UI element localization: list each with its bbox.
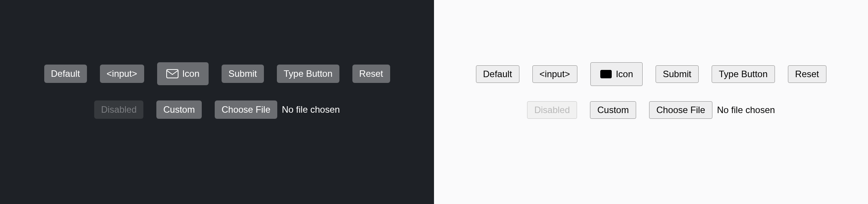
custom-button[interactable]: Custom bbox=[590, 101, 636, 119]
default-button[interactable]: Default bbox=[476, 65, 519, 83]
disabled-button: Disabled bbox=[527, 101, 577, 119]
envelope-icon bbox=[600, 70, 612, 79]
choose-file-button[interactable]: Choose File bbox=[649, 101, 712, 119]
disabled-button: Disabled bbox=[94, 100, 143, 119]
reset-button[interactable]: Reset bbox=[352, 65, 390, 83]
svg-rect-0 bbox=[167, 70, 178, 78]
dark-row-1: Default <input> Icon Submit Type Button … bbox=[44, 62, 390, 85]
file-input-group: Choose File No file chosen bbox=[649, 101, 775, 119]
icon-button[interactable]: Icon bbox=[157, 62, 209, 85]
icon-button-label: Icon bbox=[616, 69, 633, 79]
light-row-2: Disabled Custom Choose File No file chos… bbox=[527, 101, 775, 119]
type-button[interactable]: Type Button bbox=[712, 65, 775, 83]
input-button[interactable]: <input> bbox=[100, 65, 144, 83]
reset-button[interactable]: Reset bbox=[788, 65, 826, 83]
icon-button-label: Icon bbox=[182, 68, 199, 79]
default-button[interactable]: Default bbox=[44, 65, 87, 83]
choose-file-button[interactable]: Choose File bbox=[215, 100, 277, 119]
file-status-label: No file chosen bbox=[717, 105, 775, 115]
type-button[interactable]: Type Button bbox=[277, 65, 339, 83]
file-status-label: No file chosen bbox=[282, 104, 340, 115]
dark-row-2: Disabled Custom Choose File No file chos… bbox=[94, 100, 340, 119]
icon-button[interactable]: Icon bbox=[590, 62, 643, 86]
input-button[interactable]: <input> bbox=[532, 65, 577, 83]
custom-button[interactable]: Custom bbox=[156, 100, 202, 119]
light-theme-panel: Default <input> Icon Submit Type Button … bbox=[434, 0, 868, 204]
file-input-group: Choose File No file chosen bbox=[215, 100, 340, 119]
submit-button[interactable]: Submit bbox=[656, 65, 699, 83]
envelope-icon bbox=[166, 69, 178, 78]
light-row-1: Default <input> Icon Submit Type Button … bbox=[476, 62, 826, 86]
dark-theme-panel: Default <input> Icon Submit Type Button … bbox=[0, 0, 434, 204]
submit-button[interactable]: Submit bbox=[222, 65, 264, 83]
